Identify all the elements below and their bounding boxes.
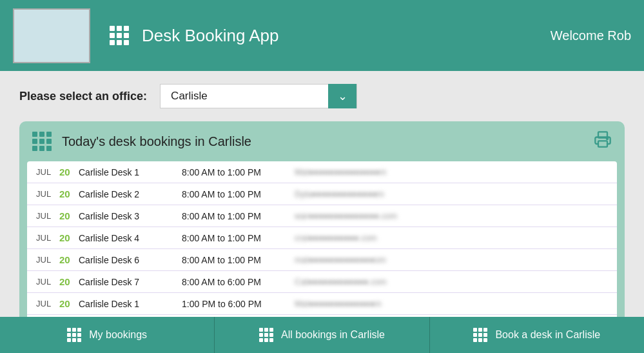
- booking-day: 20: [59, 276, 79, 287]
- booking-user: crai●●●●●●●●●●.com: [295, 233, 608, 243]
- booking-desk: Carlisle Desk 6: [79, 255, 182, 265]
- bookings-card-title: Today's desk bookings in Carlisle: [62, 134, 251, 149]
- booking-month: JUL: [36, 189, 59, 199]
- office-selected-value: Carlisle: [161, 90, 328, 103]
- booking-month: JUL: [36, 167, 59, 177]
- booking-day: 20: [59, 188, 79, 199]
- office-selector-row: Please select an office: Carlisle ⌄: [19, 84, 625, 108]
- svg-point-2: [607, 138, 608, 139]
- book-desk-grid-icon: [473, 328, 487, 342]
- booking-time: 8:00 AM to 6:00 PM: [182, 277, 295, 287]
- booking-month: JUL: [36, 211, 59, 221]
- booking-month: JUL: [36, 277, 59, 287]
- bookings-card-header: Today's desk bookings in Carlisle: [19, 121, 625, 161]
- booking-day: 20: [59, 232, 79, 243]
- booking-time: 8:00 AM to 1:00 PM: [182, 211, 295, 221]
- booking-desk: Carlisle Desk 1: [79, 299, 182, 309]
- booking-time: 8:00 AM to 1:00 PM: [182, 167, 295, 177]
- booking-time: 8:00 AM to 1:00 PM: [182, 233, 295, 243]
- table-row: JUL 20 Carlisle Desk 3 8:00 AM to 1:00 P…: [27, 205, 617, 227]
- booking-day: 20: [59, 210, 79, 221]
- footer: My bookings All bookings in Carlisle Boo…: [0, 317, 644, 353]
- chevron-down-icon: ⌄: [338, 89, 347, 103]
- booking-desk: Carlisle Desk 4: [79, 233, 182, 243]
- booking-desk: Carlisle Desk 1: [79, 167, 182, 177]
- booking-time: 8:00 AM to 1:00 PM: [182, 255, 295, 265]
- app-title: Desk Booking App: [142, 26, 278, 46]
- booking-user: mat●●●●●●●●●●●●●om: [295, 255, 608, 265]
- booking-user: Mat●●●●●●●●●●●●●m: [295, 299, 608, 308]
- book-desk-button[interactable]: Book a desk in Carlisle: [430, 317, 644, 353]
- my-bookings-grid-icon: [67, 328, 81, 342]
- booking-user: Cat●●●●●●●●●●●●.com: [295, 277, 608, 287]
- print-button[interactable]: [594, 130, 612, 152]
- table-row: JUL 20 Carlisle Desk 1 1:00 PM to 6:00 P…: [27, 293, 617, 315]
- booking-month: JUL: [36, 233, 59, 243]
- app-grid-icon: [110, 26, 129, 45]
- booking-month: JUL: [36, 255, 59, 265]
- office-selector-label: Please select an office:: [19, 90, 147, 103]
- booking-day: 20: [59, 298, 79, 309]
- booking-time: 1:00 PM to 6:00 PM: [182, 299, 295, 309]
- main-content: Please select an office: Carlisle ⌄ Toda…: [0, 71, 644, 337]
- card-grid-icon: [32, 132, 52, 151]
- booking-user: war●●●●●●●●●●●●●●.com: [295, 211, 608, 221]
- header: Desk Booking App Welcome Rob: [0, 0, 644, 71]
- booking-user: Dyla●●●●●●●●●●●●●m: [295, 189, 608, 199]
- booking-month: JUL: [36, 299, 59, 308]
- table-row: JUL 20 Carlisle Desk 2 8:00 AM to 1:00 P…: [27, 183, 617, 205]
- table-row: JUL 20 Carlisle Desk 1 8:00 AM to 1:00 P…: [27, 161, 617, 183]
- welcome-text: Welcome Rob: [551, 28, 631, 43]
- logo-image: [13, 8, 90, 63]
- booking-time: 8:00 AM to 1:00 PM: [182, 189, 295, 199]
- booking-desk: Carlisle Desk 3: [79, 211, 182, 221]
- booking-day: 20: [59, 254, 79, 265]
- table-row: JUL 20 Carlisle Desk 4 8:00 AM to 1:00 P…: [27, 227, 617, 249]
- table-row: JUL 20 Carlisle Desk 6 8:00 AM to 1:00 P…: [27, 249, 617, 271]
- all-bookings-button[interactable]: All bookings in Carlisle: [215, 317, 429, 353]
- booking-desk: Carlisle Desk 2: [79, 189, 182, 199]
- booking-user: Mat●●●●●●●●●●●●●●m: [295, 167, 608, 177]
- my-bookings-button[interactable]: My bookings: [0, 317, 215, 353]
- bookings-card: Today's desk bookings in Carlisle JUL 20…: [19, 121, 625, 330]
- table-row: JUL 20 Carlisle Desk 7 8:00 AM to 6:00 P…: [27, 271, 617, 293]
- all-bookings-grid-icon: [259, 328, 273, 342]
- booking-day: 20: [59, 166, 79, 177]
- office-dropdown[interactable]: Carlisle ⌄: [160, 84, 357, 108]
- office-dropdown-button[interactable]: ⌄: [328, 84, 356, 108]
- booking-desk: Carlisle Desk 7: [79, 277, 182, 287]
- bookings-list[interactable]: JUL 20 Carlisle Desk 1 8:00 AM to 1:00 P…: [27, 161, 617, 323]
- svg-rect-1: [598, 141, 607, 146]
